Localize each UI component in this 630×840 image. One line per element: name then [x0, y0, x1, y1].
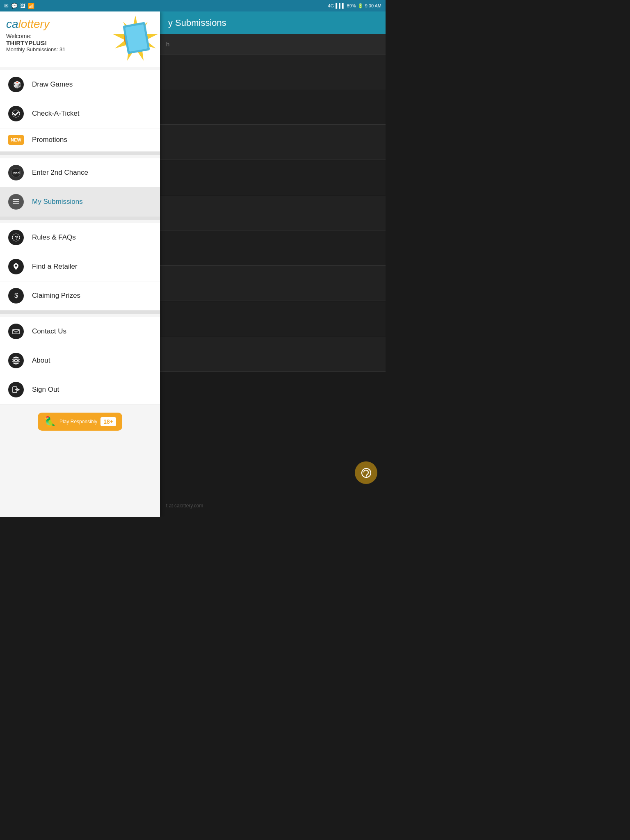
svg-text:2nd: 2nd: [13, 171, 20, 175]
new-badge-icon: NEW: [8, 135, 24, 145]
search-hint: h: [166, 41, 169, 48]
content-row-6: [160, 231, 386, 266]
email-icon: ✉: [4, 3, 9, 9]
svg-rect-15: [13, 329, 19, 334]
sidebar-item-promotions[interactable]: NEW Promotions: [0, 128, 160, 152]
content-row-2: [160, 90, 386, 125]
wifi-icon: 📶: [28, 3, 34, 9]
dollar-icon: $: [8, 288, 24, 304]
sidebar-item-check-a-ticket[interactable]: Check-A-Ticket: [0, 99, 160, 128]
sidebar-header: calottery Welcome: THIRTYPLUS! Monthly S…: [0, 11, 160, 67]
contact-us-label: Contact Us: [32, 327, 66, 336]
sidebar: calottery Welcome: THIRTYPLUS! Monthly S…: [0, 11, 160, 517]
mail-icon: [8, 324, 24, 339]
2nd-chance-icon: 2nd: [8, 165, 24, 180]
draw-games-label: Draw Games: [32, 80, 73, 89]
status-bar: ✉ 💬 🖼 📶 4G ▌▌▌ 89% 🔋 9:00 AM: [0, 0, 386, 11]
status-bar-right: 4G ▌▌▌ 89% 🔋 9:00 AM: [328, 3, 381, 9]
logo-lottery: lottery: [18, 18, 50, 30]
check-icon: [8, 106, 24, 121]
promotions-label: Promotions: [32, 136, 67, 144]
svg-point-16: [15, 359, 18, 362]
question-icon: ?: [8, 230, 24, 245]
my-submissions-label: My Submissions: [32, 198, 83, 206]
sidebar-item-claiming-prizes[interactable]: $ Claiming Prizes: [0, 281, 160, 310]
content-row-8: [160, 301, 386, 336]
content-row-5: [160, 196, 386, 231]
content-row-3: [160, 125, 386, 160]
sidebar-item-contact-us[interactable]: Contact Us: [0, 317, 160, 346]
sidebar-item-enter-2nd-chance[interactable]: 2nd Enter 2nd Chance: [0, 158, 160, 187]
find-retailer-label: Find a Retailer: [32, 262, 78, 271]
svg-rect-9: [13, 201, 19, 202]
footer-text: t at calottery.com: [166, 503, 203, 509]
svg-point-13: [15, 265, 17, 267]
play-responsibly-text: Play Responsibly: [59, 419, 97, 425]
nav-section-3: ? Rules & FAQs Find a Retailer $: [0, 223, 160, 310]
svg-text:🎲: 🎲: [13, 81, 21, 89]
signal-label: 4G: [328, 3, 334, 8]
svg-rect-10: [13, 203, 19, 204]
nav-section-2: 2nd Enter 2nd Chance My Submissions: [0, 158, 160, 217]
sidebar-item-draw-games[interactable]: 🎲 Draw Games: [0, 70, 160, 99]
content-row-4: [160, 160, 386, 195]
status-bar-left: ✉ 💬 🖼 📶: [4, 3, 34, 9]
svg-point-20: [365, 477, 367, 478]
svg-rect-8: [13, 199, 19, 200]
signal-bars-icon: ▌▌▌: [336, 3, 345, 8]
exit-icon: [8, 382, 24, 397]
sidebar-item-about[interactable]: About: [0, 346, 160, 375]
enter-2nd-chance-label: Enter 2nd Chance: [32, 169, 88, 177]
content-header: y Submissions: [160, 11, 386, 34]
age-badge: 18+: [100, 417, 116, 426]
nav-divider-3: [0, 310, 160, 314]
svg-text:$: $: [14, 292, 18, 299]
floating-action-button[interactable]: [355, 461, 377, 484]
sidebar-item-find-retailer[interactable]: Find a Retailer: [0, 252, 160, 281]
play-responsibly-badge: 🦜 Play Responsibly 18+: [38, 413, 122, 431]
sidebar-item-my-submissions[interactable]: My Submissions: [0, 187, 160, 217]
sign-out-label: Sign Out: [32, 386, 59, 394]
play-responsibly-bird-icon: 🦜: [44, 416, 56, 427]
content-row-1: [160, 55, 386, 89]
claiming-prizes-label: Claiming Prizes: [32, 292, 80, 300]
ticket-illustration: [98, 16, 160, 65]
gear-icon: [8, 353, 24, 368]
main-layout: calottery Welcome: THIRTYPLUS! Monthly S…: [0, 11, 386, 517]
nav-section-4: Contact Us About: [0, 317, 160, 404]
nav-divider-2: [0, 217, 160, 220]
sidebar-item-rules-faqs[interactable]: ? Rules & FAQs: [0, 223, 160, 252]
content-row-7: [160, 266, 386, 301]
sidebar-item-sign-out[interactable]: Sign Out: [0, 375, 160, 404]
image-icon: 🖼: [20, 3, 25, 9]
battery-icon: 🔋: [358, 3, 363, 9]
nav-section-1: 🎲 Draw Games Check-A-Ticket NEW P: [0, 70, 160, 152]
content-search[interactable]: h: [160, 34, 386, 55]
rules-faqs-label: Rules & FAQs: [32, 233, 76, 242]
location-icon: [8, 259, 24, 274]
main-content: y Submissions h t at calottery.com: [160, 11, 386, 517]
message-icon: 💬: [11, 3, 18, 9]
nav-divider-1: [0, 152, 160, 155]
logo-ca: ca: [6, 18, 18, 30]
content-row-9: [160, 337, 386, 372]
check-a-ticket-label: Check-A-Ticket: [32, 110, 80, 118]
battery-label: 89%: [347, 3, 356, 8]
content-rows: [160, 55, 386, 372]
play-responsibly-section: 🦜 Play Responsibly 18+: [0, 413, 160, 431]
about-label: About: [32, 356, 50, 365]
time-label: 9:00 AM: [365, 3, 381, 8]
list-icon: [8, 194, 24, 210]
content-title: y Submissions: [168, 18, 226, 28]
svg-text:?: ?: [15, 235, 18, 241]
logo-text: calottery: [6, 18, 50, 31]
dice-icon: 🎲: [8, 77, 24, 92]
